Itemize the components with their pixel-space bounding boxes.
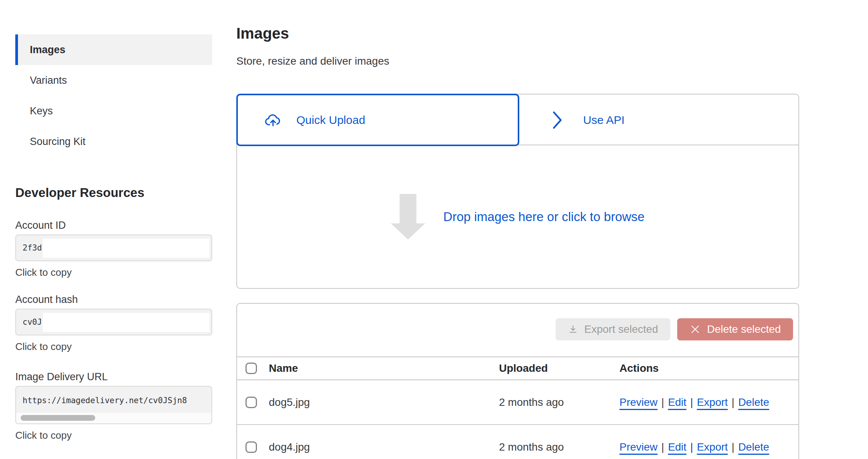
click-to-copy-hint: Click to copy: [15, 267, 212, 278]
sidebar: Images Variants Keys Sourcing Kit Develo…: [15, 0, 212, 441]
image-delivery-url-value: https://imagedelivery.net/cv0JSjn8: [16, 387, 211, 414]
upload-card: Quick Upload Use API Drop images here or…: [236, 94, 799, 289]
image-delivery-url-label: Image Delivery URL: [15, 371, 212, 383]
row-actions: Preview|Edit|Export|Delete: [619, 396, 798, 409]
tab-label: Use API: [583, 114, 624, 127]
link-separator: |: [662, 396, 664, 408]
image-name: dog4.jpg: [269, 441, 499, 453]
sidebar-item-sourcing-kit[interactable]: Sourcing Kit: [15, 126, 212, 157]
main-content: Images Store, resize and deliver images …: [236, 0, 799, 459]
column-header-uploaded: Uploaded: [499, 362, 619, 374]
row-actions: Preview|Edit|Export|Delete: [619, 441, 798, 453]
tab-use-api[interactable]: Use API: [519, 94, 798, 145]
export-link[interactable]: Export: [697, 396, 728, 408]
export-selected-button[interactable]: Export selected: [556, 318, 670, 340]
column-header-actions: Actions: [619, 362, 798, 374]
upload-tab-bar: Quick Upload Use API: [237, 94, 798, 145]
tab-quick-upload[interactable]: Quick Upload: [236, 94, 519, 146]
chevron-right-icon: [552, 110, 563, 130]
horizontal-scrollbar-track: [16, 413, 211, 423]
preview-link[interactable]: Preview: [619, 441, 658, 453]
click-to-copy-hint: Click to copy: [15, 341, 212, 352]
account-hash-value: cv0J: [23, 317, 42, 327]
edit-link[interactable]: Edit: [668, 396, 686, 408]
page-subtitle: Store, resize and deliver images: [236, 55, 799, 68]
arrow-down-icon: [391, 194, 425, 239]
account-id-value: 2f3d: [23, 243, 42, 252]
delete-selected-button[interactable]: Delete selected: [677, 318, 793, 340]
link-separator: |: [662, 441, 664, 453]
sidebar-item-label: Images: [30, 44, 65, 56]
bulk-actions-row: Export selected Delete selected: [237, 304, 798, 340]
column-header-name: Name: [269, 362, 499, 374]
cloud-upload-icon: [262, 111, 284, 129]
image-delivery-url-field[interactable]: https://imagedelivery.net/cv0JSjn8: [15, 386, 212, 424]
sidebar-item-variants[interactable]: Variants: [15, 65, 212, 96]
link-separator: |: [731, 396, 734, 408]
link-separator: |: [731, 441, 734, 453]
select-all-checkbox[interactable]: [245, 363, 257, 374]
account-id-label: Account ID: [15, 219, 212, 231]
uploaded-time: 2 months ago: [499, 396, 619, 409]
edit-link[interactable]: Edit: [668, 441, 686, 453]
images-table: Name Uploaded Actions dog5.jpg 2 months …: [237, 356, 798, 459]
image-name: dog5.jpg: [269, 396, 499, 409]
table-row: dog5.jpg 2 months ago Preview|Edit|Expor…: [237, 380, 798, 425]
table-header-row: Name Uploaded Actions: [237, 356, 798, 380]
download-icon: [568, 324, 578, 335]
link-separator: |: [690, 396, 693, 408]
link-separator: |: [690, 441, 693, 453]
sidebar-item-label: Keys: [30, 105, 53, 117]
horizontal-scrollbar-thumb[interactable]: [21, 415, 95, 421]
sidebar-item-images[interactable]: Images: [15, 34, 212, 65]
sidebar-item-label: Sourcing Kit: [30, 136, 86, 148]
redacted-value-overlay: [43, 313, 210, 332]
dropzone-text: Drop images here or click to browse: [443, 210, 644, 224]
export-link[interactable]: Export: [697, 441, 728, 453]
sidebar-item-label: Variants: [30, 75, 67, 86]
account-hash-label: Account hash: [15, 293, 212, 306]
button-label: Delete selected: [707, 323, 781, 335]
redacted-value-overlay: [43, 239, 210, 258]
sidebar-nav: Images Variants Keys Sourcing Kit: [15, 0, 212, 157]
row-checkbox[interactable]: [245, 441, 257, 453]
page-title: Images: [236, 0, 799, 42]
delete-link[interactable]: Delete: [738, 441, 769, 453]
image-library-card: Export selected Delete selected Name Upl…: [236, 303, 799, 459]
developer-resources-heading: Developer Resources: [15, 185, 212, 200]
account-id-field[interactable]: 2f3d: [15, 234, 212, 261]
sidebar-item-keys[interactable]: Keys: [15, 96, 212, 126]
image-dropzone[interactable]: Drop images here or click to browse: [237, 145, 798, 288]
table-row: dog4.jpg 2 months ago Preview|Edit|Expor…: [237, 425, 798, 459]
preview-link[interactable]: Preview: [619, 396, 658, 408]
row-checkbox[interactable]: [245, 397, 257, 408]
uploaded-time: 2 months ago: [499, 441, 619, 453]
delete-link[interactable]: Delete: [738, 396, 769, 408]
tab-label: Quick Upload: [296, 114, 365, 127]
account-hash-field[interactable]: cv0J: [15, 309, 212, 335]
button-label: Export selected: [584, 323, 658, 335]
click-to-copy-hint: Click to copy: [15, 430, 212, 441]
x-icon: [689, 324, 701, 335]
